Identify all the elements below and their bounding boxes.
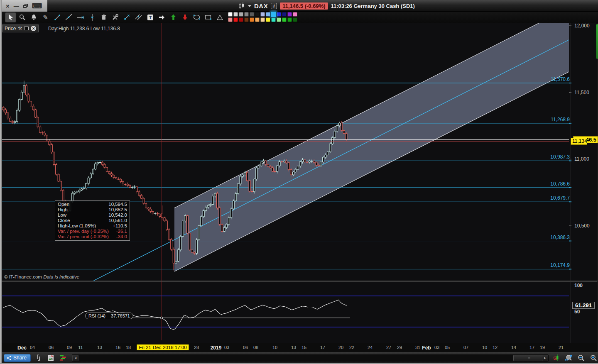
candle-body <box>53 152 55 164</box>
titlebar: × — ⌨ DAX i 11,146.5 (-0.69%) 11:03:26 G… <box>2 0 598 12</box>
arrow-up-tool-icon[interactable] <box>168 12 179 22</box>
instrument-dropdown-icon[interactable] <box>248 5 251 7</box>
edit-candles-icon[interactable] <box>552 354 561 362</box>
regression-channel-fill <box>174 23 569 271</box>
close-window-icon[interactable]: × <box>6 3 10 9</box>
trades-list-icon[interactable] <box>59 354 68 362</box>
delete-drawing-icon[interactable] <box>98 12 109 22</box>
color-swatch[interactable] <box>244 17 249 22</box>
color-swatch[interactable] <box>270 11 277 18</box>
chart-scrollbar[interactable]: ◂ ≡ ▸ <box>72 354 549 362</box>
color-swatch[interactable] <box>293 12 297 17</box>
panel-settings-wrench-icon[interactable]: ⚒ <box>18 26 22 31</box>
candle-body <box>316 162 317 165</box>
color-swatch[interactable] <box>228 12 233 17</box>
color-swatch[interactable] <box>260 12 265 17</box>
rsi-indicator-label[interactable]: RSI (14) 37.76571 <box>85 313 133 319</box>
date-axis-label: 10 <box>272 345 277 350</box>
color-swatch[interactable] <box>266 12 270 17</box>
color-swatch[interactable] <box>277 17 281 22</box>
color-swatch[interactable] <box>266 17 270 22</box>
color-swatch[interactable] <box>282 12 287 17</box>
color-swatch[interactable] <box>250 17 254 22</box>
scrollbar-thumb[interactable]: ≡ <box>513 355 545 361</box>
color-swatch[interactable] <box>293 17 297 22</box>
alert-bell-icon[interactable] <box>28 12 39 22</box>
panel-close-icon[interactable]: ✕ <box>31 26 36 31</box>
date-axis-label: Feb <box>422 345 431 351</box>
candle-body <box>120 179 122 182</box>
scroll-left-button[interactable]: ◂ <box>72 355 78 361</box>
candle-tooltip: Open10,594.5High10,652.5Low10,542.0Close… <box>55 200 130 241</box>
candle-body <box>292 172 294 175</box>
price-chart-canvas[interactable] <box>2 23 598 281</box>
restore-window-icon[interactable] <box>23 4 28 8</box>
share-button[interactable]: Share <box>4 354 31 362</box>
pencil-tool-icon[interactable]: ✎ <box>40 12 51 22</box>
candle-body <box>58 174 59 181</box>
share-button-label: Share <box>13 355 27 361</box>
candle-body <box>12 121 13 122</box>
candle-body <box>78 190 80 192</box>
color-swatch[interactable] <box>260 17 265 22</box>
rsi-axis-label: 100 <box>574 283 583 288</box>
date-axis-label: 05 <box>445 345 450 350</box>
color-swatch[interactable] <box>228 17 233 22</box>
pointer-tool-button[interactable] <box>5 12 16 22</box>
color-swatch[interactable] <box>277 12 281 17</box>
info-icon[interactable]: i <box>271 3 277 9</box>
session-info: 11:03:26 Germany 30 Cash (SD1) <box>331 3 415 9</box>
arrow-down-tool-icon[interactable] <box>179 12 191 22</box>
color-swatch[interactable] <box>233 17 238 22</box>
color-swatch[interactable] <box>239 12 243 17</box>
rsi-chart-canvas[interactable] <box>2 281 598 343</box>
scroll-right-button[interactable]: ▸ <box>542 355 548 361</box>
color-swatch[interactable] <box>233 12 238 17</box>
candle-body <box>295 169 297 172</box>
color-swatch[interactable] <box>250 12 254 17</box>
minimize-window-icon[interactable]: — <box>14 3 19 9</box>
panel-separator[interactable] <box>2 281 598 281</box>
ellipse-tool-icon[interactable] <box>191 12 202 22</box>
color-swatch[interactable] <box>271 17 276 22</box>
date-axis[interactable]: Fri 21-Dec-2018 17:00 Dec040609111316182… <box>2 343 598 352</box>
zoom-fit-icon[interactable] <box>564 354 573 362</box>
instrument-symbol[interactable]: DAX <box>254 2 268 10</box>
candle-body <box>186 215 188 233</box>
zoom-in-icon[interactable] <box>589 354 598 362</box>
panel-maximize-icon[interactable] <box>24 27 29 30</box>
color-swatch[interactable] <box>255 12 260 17</box>
tooltip-row: Low10,542.0 <box>55 213 130 218</box>
color-swatch[interactable] <box>287 17 292 22</box>
channel-lower-line <box>174 72 569 271</box>
zoom-tool-button[interactable] <box>17 12 28 22</box>
color-swatch[interactable] <box>255 17 260 22</box>
compare-instruments-icon[interactable] <box>34 354 43 362</box>
price-panel-tab[interactable]: Price ⚒ ✕ <box>2 24 39 32</box>
price-axis-border <box>571 23 571 343</box>
candle-body <box>226 224 228 227</box>
trendline-tool-icon[interactable] <box>63 12 74 22</box>
svg-text:T: T <box>149 15 152 20</box>
keyboard-icon[interactable]: ⌨ <box>32 3 42 9</box>
parallel-lines-tool-icon[interactable] <box>133 12 144 22</box>
horizontal-line-tool-icon[interactable] <box>75 12 86 22</box>
bottom-toolbar: Share ◂ ≡ ▸ <box>2 352 598 363</box>
color-swatch[interactable] <box>287 12 292 17</box>
color-swatch[interactable] <box>282 17 287 22</box>
rsi-cursor-value: 37.76571 <box>111 313 130 318</box>
zoom-out-icon[interactable] <box>576 354 586 362</box>
color-swatch[interactable] <box>244 12 249 17</box>
small-segment-tool-icon[interactable] <box>121 12 132 22</box>
vertical-line-tool-icon[interactable] <box>86 12 98 22</box>
arrow-right-tool-icon[interactable] <box>156 12 167 22</box>
report-icon[interactable] <box>47 354 56 362</box>
date-axis-label: 27 <box>386 345 391 350</box>
color-swatch[interactable] <box>239 17 243 22</box>
rectangle-tool-icon[interactable] <box>203 12 214 22</box>
segment-tool-icon[interactable] <box>51 12 63 22</box>
text-tool-icon[interactable]: T <box>145 12 156 22</box>
tools-settings-icon[interactable] <box>110 12 121 22</box>
date-axis-label: 03 <box>224 345 229 350</box>
triangle-tool-icon[interactable] <box>214 12 225 22</box>
